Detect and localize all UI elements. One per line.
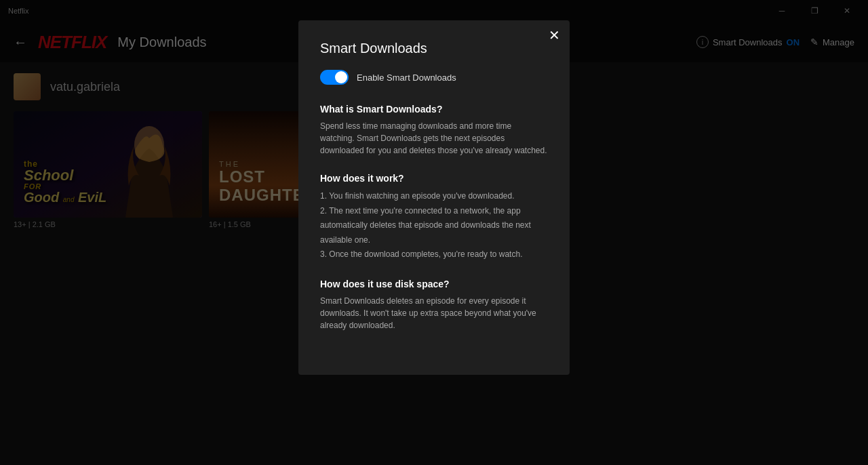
section1-text: Spend less time managing downloads and m…: [320, 120, 548, 157]
section3-title: How does it use disk space?: [320, 279, 548, 289]
modal-section-2: How does it work? 1. You finish watching…: [320, 173, 548, 262]
smart-downloads-toggle[interactable]: [320, 70, 349, 85]
list-item: 2. The next time you're connected to a n…: [320, 204, 548, 248]
list-item: 3. Once the download completes, you're r…: [320, 247, 548, 262]
section2-title: How does it work?: [320, 173, 548, 184]
toggle-label: Enable Smart Downloads: [357, 73, 456, 83]
section2-steps: 1. You finish watching an episode you've…: [320, 189, 548, 262]
modal-section-3: How does it use disk space? Smart Downlo…: [320, 279, 548, 331]
smart-downloads-modal: ✕ Smart Downloads Enable Smart Downloads…: [298, 20, 570, 375]
list-item: 1. You finish watching an episode you've…: [320, 189, 548, 204]
toggle-knob: [335, 71, 347, 83]
modal-overlay: ✕ Smart Downloads Enable Smart Downloads…: [0, 0, 868, 465]
section3-text: Smart Downloads deletes an episode for e…: [320, 295, 548, 331]
toggle-row: Enable Smart Downloads: [320, 70, 548, 85]
modal-section-1: What is Smart Downloads? Spend less time…: [320, 104, 548, 157]
modal-close-button[interactable]: ✕: [549, 28, 560, 42]
section1-title: What is Smart Downloads?: [320, 104, 548, 115]
modal-title: Smart Downloads: [320, 41, 548, 56]
